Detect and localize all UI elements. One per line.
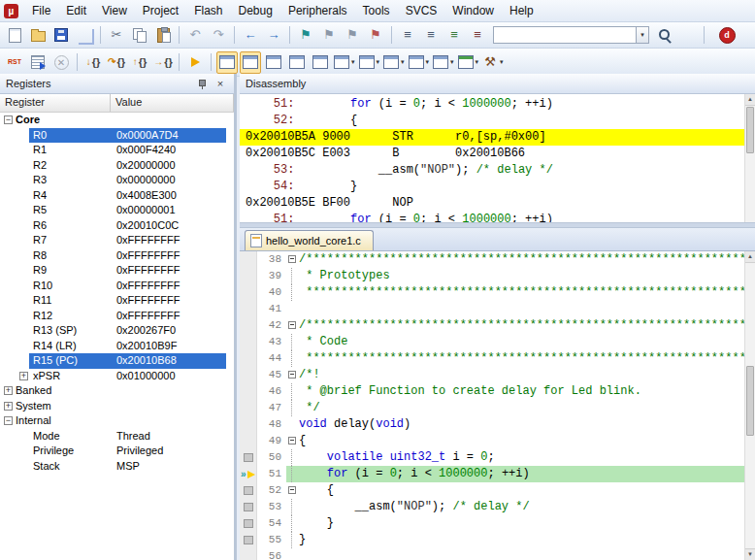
register-row-r8[interactable]: R80xFFFFFFFF [0, 248, 234, 264]
fold-collapse-icon[interactable] [286, 367, 299, 383]
editor-margin[interactable] [240, 482, 257, 499]
find-icon[interactable] [677, 24, 699, 47]
command-window-icon[interactable] [216, 51, 238, 74]
editor-margin[interactable] [240, 449, 257, 466]
navigate-forward-icon[interactable]: → [263, 24, 284, 47]
dropdown-arrow-icon[interactable]: ▾ [351, 58, 355, 66]
menu-item-edit[interactable]: Edit [58, 0, 94, 21]
editor-margin[interactable] [240, 350, 257, 367]
watch-windows-icon[interactable]: ▾ [333, 51, 356, 74]
column-header-register[interactable]: Register [0, 94, 111, 112]
scrollbar-thumb[interactable] [746, 366, 754, 436]
register-row-r10[interactable]: R100xFFFFFFFF [0, 279, 234, 294]
menu-item-window[interactable]: Window [444, 0, 502, 21]
code-text[interactable]: volatile uint32_t i = 0; [299, 449, 495, 466]
combo-dropdown-icon[interactable]: ▾ [637, 26, 649, 44]
fold-collapse-icon[interactable] [286, 317, 299, 334]
register-row-mode[interactable]: ModeThread [0, 429, 234, 445]
editor-margin[interactable] [240, 383, 257, 400]
editor-margin[interactable] [240, 317, 257, 334]
register-row-r9[interactable]: R90xFFFFFFFF [0, 263, 234, 279]
next-bookmark-icon[interactable]: ⚑ [342, 24, 363, 47]
registers-window-icon[interactable] [286, 51, 308, 74]
editor-line-55[interactable]: 55} [240, 532, 744, 548]
editor-margin[interactable] [240, 284, 257, 301]
editor-margin[interactable] [240, 433, 257, 449]
code-text[interactable]: ****************************************… [299, 350, 744, 367]
editor-line-53[interactable]: 53 __asm("NOP"); /* delay */ [240, 499, 744, 515]
register-row-r7[interactable]: R70xFFFFFFFF [0, 233, 234, 248]
code-text[interactable]: /*! [299, 367, 320, 383]
uncomment-icon[interactable]: ≡ [467, 24, 488, 47]
expand-icon[interactable]: + [4, 386, 13, 395]
editor-line-52[interactable]: 52 { [240, 482, 744, 499]
disassembly-line[interactable]: 52: { [240, 113, 744, 129]
scroll-down-icon[interactable]: ▼ [745, 548, 755, 560]
editor-margin[interactable] [240, 416, 257, 433]
navigate-back-icon[interactable]: ← [240, 24, 261, 47]
disassembly-line[interactable]: 54: } [240, 179, 744, 195]
editor-line-54[interactable]: 54 } [240, 515, 744, 532]
editor-margin[interactable] [240, 251, 257, 268]
scroll-up-icon[interactable]: ▲ [745, 94, 755, 106]
register-row-stack[interactable]: StackMSP [0, 459, 234, 475]
code-text[interactable]: * @brief Function to create delay for Le… [299, 383, 641, 400]
system-viewer-icon[interactable]: ▾ [457, 51, 480, 74]
paste-icon[interactable] [152, 24, 174, 47]
editor-line-43[interactable]: 43 * Code [240, 334, 744, 350]
register-row-internal[interactable]: −Internal [0, 413, 234, 429]
register-row-privilege[interactable]: PrivilegePrivileged [0, 444, 234, 459]
editor-margin[interactable] [240, 515, 257, 532]
dropdown-arrow-icon[interactable]: ▾ [450, 58, 454, 66]
code-text[interactable]: */ [299, 400, 320, 416]
register-row-r5[interactable]: R50x00000001 [0, 203, 234, 218]
find-text-combobox[interactable]: ▾ [493, 26, 649, 44]
save-all-icon[interactable] [74, 24, 95, 47]
stop-icon[interactable]: ✕ [50, 51, 72, 74]
code-text[interactable]: * Code [299, 334, 347, 350]
menu-item-debug[interactable]: Debug [231, 0, 280, 21]
editor-margin[interactable] [240, 268, 257, 284]
editor-line-49[interactable]: 49{ [240, 433, 744, 449]
disassembly-window-icon[interactable] [240, 51, 261, 74]
reset-cpu-icon[interactable]: RST [4, 51, 25, 74]
disassembly-scrollbar[interactable]: ▲ [744, 94, 755, 222]
register-row-r3[interactable]: R30x00000000 [0, 173, 234, 188]
symbol-window-icon[interactable] [263, 51, 284, 74]
menu-item-file[interactable]: File [24, 0, 58, 21]
register-row-r4[interactable]: R40x4008E300 [0, 188, 234, 204]
editor-line-38[interactable]: 38/*************************************… [240, 251, 744, 268]
toolbox-icon[interactable]: ⚒▾ [481, 51, 505, 74]
editor-line-47[interactable]: 47 */ [240, 400, 744, 416]
register-row-r6[interactable]: R60x20010C0C [0, 218, 234, 234]
code-text[interactable]: __asm("NOP"); /* delay */ [299, 499, 530, 515]
step-out-icon[interactable]: ↑{} [129, 51, 150, 74]
disassembly-current-line[interactable]: 0x20010B5A 9000 STR r0,[sp,#0x00] [240, 129, 744, 146]
editor-line-42[interactable]: 42/*************************************… [240, 317, 744, 334]
dropdown-arrow-icon[interactable]: ▾ [426, 58, 430, 66]
menu-item-help[interactable]: Help [502, 0, 542, 21]
expand-icon[interactable]: + [4, 402, 13, 411]
show-current-statement-icon[interactable] [184, 51, 206, 74]
code-text[interactable]: } [299, 532, 306, 548]
collapse-icon[interactable]: − [4, 115, 13, 124]
editor-line-39[interactable]: 39 * Prototypes [240, 268, 744, 284]
code-text[interactable]: { [299, 433, 306, 449]
register-row-r12[interactable]: R120xFFFFFFFF [0, 309, 234, 324]
code-text[interactable]: { [299, 482, 334, 499]
editor-margin[interactable] [240, 301, 257, 317]
fold-collapse-icon[interactable] [286, 433, 299, 449]
register-row-r2[interactable]: R20x20000000 [0, 158, 234, 174]
run-to-cursor-icon[interactable]: →{} [152, 51, 174, 74]
scroll-up-icon[interactable]: ▲ [745, 251, 755, 263]
register-row-banked[interactable]: +Banked [0, 383, 234, 399]
scrollbar-thumb[interactable] [746, 107, 754, 153]
menu-item-svcs[interactable]: SVCS [398, 0, 445, 21]
editor-margin[interactable]: » [240, 466, 257, 482]
register-row-r1[interactable]: R10x000F4240 [0, 143, 234, 158]
outdent-icon[interactable]: ≡ [397, 24, 418, 47]
analysis-windows-icon[interactable]: ▾ [408, 51, 431, 74]
code-text[interactable]: } [299, 515, 334, 532]
editor-line-41[interactable]: 41 [240, 301, 744, 317]
code-text[interactable]: for (i = 0; i < 1000000; ++i) [299, 466, 530, 482]
